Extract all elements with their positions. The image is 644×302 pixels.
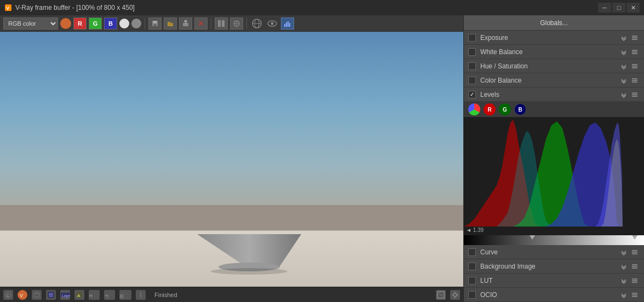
status-icon-4[interactable] [46, 290, 56, 300]
gray-circle-button[interactable] [131, 19, 141, 28]
window-title: V-Ray frame buffer - [100% of 800 x 450] [15, 4, 135, 11]
status-icon-1[interactable]: C [3, 290, 13, 300]
effect-expand-exposure[interactable] [619, 33, 629, 43]
effect-checkbox-exposure[interactable] [468, 34, 476, 42]
status-icon-7[interactable]: +| [104, 290, 115, 300]
svg-rect-30 [36, 292, 38, 294]
svg-text:+|: +| [105, 293, 108, 298]
effect-expand-lut[interactable] [619, 276, 629, 286]
colorspace-select[interactable]: RGB color [3, 18, 58, 30]
effect-controls-hue-saturation [619, 61, 640, 71]
globe-button[interactable] [250, 18, 263, 30]
white-circle-button[interactable] [119, 19, 129, 28]
effect-label-color-balance: Color Balance [480, 77, 619, 84]
globals-title: Globals... [540, 19, 568, 27]
effect-checkbox-curve[interactable] [468, 248, 476, 256]
open-button[interactable] [164, 18, 177, 30]
save-button[interactable] [148, 18, 162, 30]
status-icon-6[interactable]: H [89, 290, 100, 300]
status-icon-9[interactable] [136, 290, 146, 300]
expand-button[interactable] [436, 290, 446, 300]
effect-menu-exposure[interactable] [630, 33, 640, 43]
settings-button[interactable] [450, 290, 460, 300]
display-button[interactable] [266, 18, 279, 30]
effect-checkbox-lut[interactable] [468, 277, 476, 284]
effect-expand-color-balance[interactable] [619, 76, 629, 85]
effect-label-hue-saturation: Hue / Saturation [480, 62, 619, 70]
status-icon-3[interactable] [32, 290, 42, 300]
clear-button[interactable]: ✕ [194, 18, 208, 30]
channel-b-button[interactable]: B [104, 18, 117, 30]
minimize-button[interactable]: ─ [598, 3, 611, 13]
status-text: Finished [154, 292, 177, 298]
effect-label-background-image: Background Image [480, 263, 619, 270]
effect-menu-levels[interactable] [630, 90, 640, 100]
globals-panel: Globals... ExposureWhite BalanceHue / Sa… [463, 15, 644, 302]
layout-button[interactable] [215, 18, 228, 30]
effect-expand-white-balance[interactable] [619, 47, 629, 57]
maximize-button[interactable]: □ [612, 3, 625, 13]
status-icon-8[interactable]: ||| [119, 290, 131, 300]
channel-r-button[interactable]: R [73, 18, 87, 30]
color-wheel-icon[interactable] [60, 18, 71, 29]
rgb-multi-button[interactable] [468, 103, 480, 115]
effect-menu-lut[interactable] [630, 276, 640, 286]
svg-point-25 [211, 268, 288, 275]
effect-checkbox-white-balance[interactable] [468, 48, 476, 56]
svg-rect-17 [286, 22, 287, 27]
effect-expand-curve[interactable] [619, 247, 629, 257]
status-icon-2[interactable]: V [18, 290, 27, 300]
histogram-value-label: ◄ 1.39 [466, 227, 484, 233]
effect-checkbox-color-balance[interactable] [468, 77, 476, 84]
effect-row-hue-saturation: Hue / Saturation [464, 59, 644, 73]
hist-b-button[interactable]: B [514, 103, 526, 115]
slider-handle-right[interactable] [632, 235, 637, 240]
effect-expand-background-image[interactable] [619, 262, 629, 271]
zoom-button[interactable] [230, 18, 243, 30]
effect-menu-hue-saturation[interactable] [630, 61, 640, 71]
effect-menu-background-image[interactable] [630, 262, 640, 271]
globals-header: Globals... [464, 15, 644, 31]
svg-point-15 [271, 22, 274, 25]
close-button[interactable]: ✕ [626, 3, 640, 13]
effect-expand-ocio[interactable] [619, 290, 629, 300]
svg-rect-20 [0, 32, 463, 223]
effect-label-ocio: OCIO [480, 291, 619, 299]
hist-r-button[interactable]: R [484, 103, 496, 115]
histogram-svg [464, 117, 644, 235]
channel-g-button[interactable]: G [89, 18, 102, 30]
effect-checkbox-hue-saturation[interactable] [468, 62, 476, 70]
svg-rect-6 [218, 20, 221, 27]
effect-menu-color-balance[interactable] [630, 76, 640, 85]
effect-controls-curve [619, 247, 640, 257]
svg-point-46 [453, 293, 457, 297]
effect-checkbox-levels[interactable] [468, 91, 476, 98]
histogram-toggle-button[interactable] [281, 18, 294, 30]
histogram-slider[interactable] [464, 235, 644, 245]
top-effects: ExposureWhite BalanceHue / SaturationCol… [464, 31, 644, 102]
effect-checkbox-ocio[interactable] [468, 291, 476, 299]
effect-label-exposure: Exposure [480, 34, 619, 42]
effect-controls-ocio [619, 290, 640, 300]
hist-g-button[interactable]: G [499, 103, 511, 115]
svg-rect-7 [222, 20, 225, 27]
effect-checkbox-background-image[interactable] [468, 263, 476, 270]
effect-menu-white-balance[interactable] [630, 47, 640, 57]
effect-controls-white-balance [619, 47, 640, 57]
svg-rect-16 [284, 24, 285, 27]
svg-text:C: C [7, 294, 9, 298]
upload-button[interactable] [179, 18, 192, 30]
effect-expand-levels[interactable] [619, 90, 629, 100]
effect-menu-curve[interactable] [630, 247, 640, 257]
effect-menu-ocio[interactable] [630, 290, 640, 300]
status-icon-5[interactable]: A [74, 290, 84, 300]
slider-handle-left[interactable] [530, 235, 535, 240]
svg-rect-3 [153, 21, 157, 23]
svg-text:V: V [20, 293, 23, 298]
status-icon-layers[interactable]: Layers [60, 290, 70, 300]
effect-expand-hue-saturation[interactable] [619, 61, 629, 71]
effect-label-levels: Levels [480, 91, 619, 98]
window-controls: ─ □ ✕ [598, 3, 640, 13]
effect-controls-lut [619, 276, 640, 286]
effect-label-white-balance: White Balance [480, 48, 619, 56]
